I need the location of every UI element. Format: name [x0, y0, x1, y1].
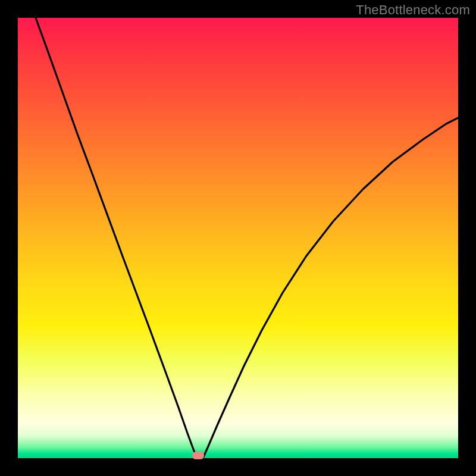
chart-frame: TheBottleneck.com	[0, 0, 476, 476]
plot-area	[18, 18, 458, 458]
curve-right-branch	[203, 118, 458, 457]
curve-left-branch	[36, 18, 196, 457]
watermark-text: TheBottleneck.com	[356, 2, 470, 18]
bottleneck-curve	[18, 18, 458, 458]
optimum-marker	[192, 452, 204, 459]
